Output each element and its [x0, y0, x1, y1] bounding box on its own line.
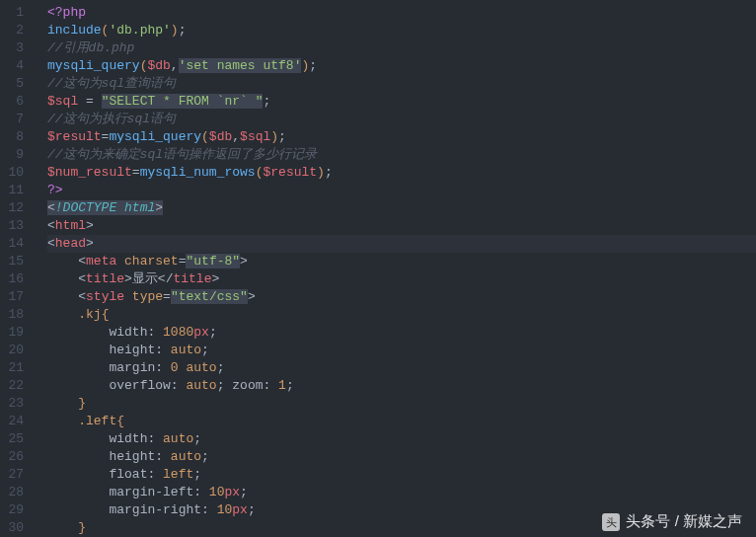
code-line[interactable]: <style type="text/css">	[47, 288, 756, 306]
code-line[interactable]: //这句为执行sql语句	[47, 111, 756, 128]
code-line[interactable]: height: auto;	[47, 342, 756, 359]
code-line[interactable]: float: left;	[47, 466, 756, 484]
code-line[interactable]: $sql = "SELECT * FROM `nr` ";	[47, 93, 756, 111]
code-line[interactable]: height: auto;	[47, 448, 756, 466]
code-line[interactable]: $result=mysqli_query($db,$sql);	[47, 128, 756, 146]
line-number: 4	[0, 57, 34, 75]
code-line[interactable]: margin-left: 10px;	[47, 484, 756, 501]
line-number: 19	[0, 324, 34, 342]
line-number: 10	[0, 164, 34, 182]
toutiao-icon: 头	[602, 513, 620, 531]
code-line[interactable]: <!DOCTYPE html>	[47, 199, 756, 217]
code-line[interactable]: <meta charset="utf-8">	[47, 253, 756, 270]
line-number: 1	[0, 4, 34, 22]
code-line[interactable]: <title>显示</title>	[47, 270, 756, 288]
code-line[interactable]: include('db.php');	[47, 22, 756, 39]
watermark: 头 头条号 / 新媒之声	[602, 512, 742, 531]
code-area[interactable]: <?php include('db.php'); //引用db.php mysq…	[34, 0, 756, 537]
line-number: 26	[0, 448, 34, 466]
line-number: 24	[0, 413, 34, 430]
code-line[interactable]: }	[47, 395, 756, 413]
code-line[interactable]: width: auto;	[47, 430, 756, 448]
code-line[interactable]: .kj{	[47, 306, 756, 324]
code-editor[interactable]: 1 2 3 4 5 6 7 8 9 10 11 12 13 14 15 16 1…	[0, 0, 756, 537]
line-number: 6	[0, 93, 34, 111]
code-line[interactable]: margin: 0 auto;	[47, 359, 756, 377]
line-number: 2	[0, 22, 34, 39]
line-number-gutter: 1 2 3 4 5 6 7 8 9 10 11 12 13 14 15 16 1…	[0, 0, 34, 537]
line-number: 23	[0, 395, 34, 413]
code-line[interactable]: //这句为sql查询语句	[47, 75, 756, 93]
line-number: 25	[0, 430, 34, 448]
line-number: 28	[0, 484, 34, 501]
line-number: 20	[0, 342, 34, 359]
line-number: 7	[0, 111, 34, 128]
code-line[interactable]: mysqli_query($db,'set names utf8');	[47, 57, 756, 75]
line-number: 18	[0, 306, 34, 324]
code-line[interactable]: ?>	[47, 182, 756, 199]
watermark-label: 头条号 / 新媒之声	[626, 512, 742, 531]
code-line[interactable]: $num_result=mysqli_num_rows($result);	[47, 164, 756, 182]
line-number: 9	[0, 146, 34, 164]
line-number: 15	[0, 253, 34, 270]
line-number: 22	[0, 377, 34, 395]
code-line[interactable]: .left{	[47, 413, 756, 430]
line-number: 29	[0, 501, 34, 519]
code-line[interactable]: //这句为来确定sql语句操作返回了多少行记录	[47, 146, 756, 164]
code-line[interactable]: //引用db.php	[47, 39, 756, 57]
code-line[interactable]: <head>	[47, 235, 756, 253]
line-number: 27	[0, 466, 34, 484]
line-number: 16	[0, 270, 34, 288]
line-number: 3	[0, 39, 34, 57]
line-number: 11	[0, 182, 34, 199]
line-number: 12	[0, 199, 34, 217]
svg-text:头: 头	[606, 516, 617, 528]
line-number: 13	[0, 217, 34, 235]
line-number: 8	[0, 128, 34, 146]
line-number: 14	[0, 235, 34, 253]
code-line[interactable]: width: 1080px;	[47, 324, 756, 342]
code-line[interactable]: <html>	[47, 217, 756, 235]
line-number: 17	[0, 288, 34, 306]
line-number: 5	[0, 75, 34, 93]
code-line[interactable]: <?php	[47, 4, 756, 22]
code-line[interactable]: overflow: auto; zoom: 1;	[47, 377, 756, 395]
line-number: 30	[0, 519, 34, 537]
line-number: 21	[0, 359, 34, 377]
